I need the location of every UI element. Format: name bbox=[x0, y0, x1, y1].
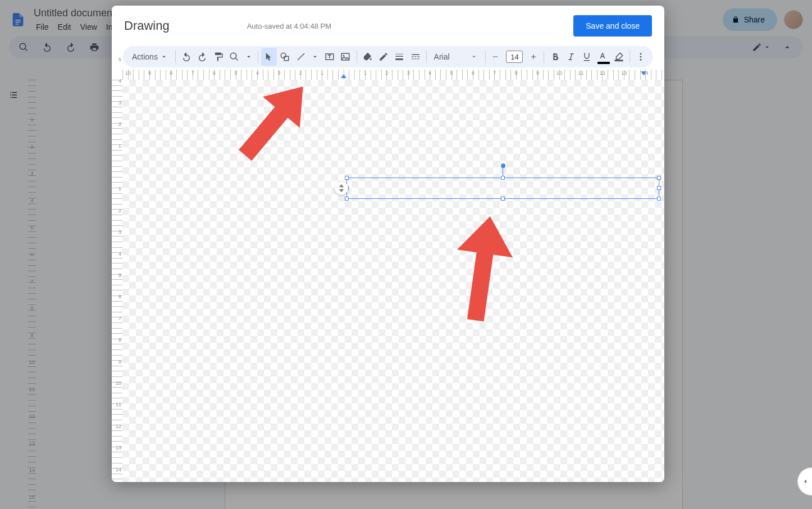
resize-handle-tm[interactable] bbox=[501, 176, 505, 180]
font-size-increase-button[interactable] bbox=[526, 48, 541, 66]
textbox-tool-button[interactable] bbox=[322, 48, 337, 66]
autofit-button[interactable] bbox=[335, 181, 348, 195]
actions-menu[interactable]: Actions bbox=[127, 52, 172, 61]
indent-right-marker[interactable] bbox=[641, 71, 646, 75]
chevron-down-icon bbox=[470, 53, 478, 61]
font-size-decrease-button[interactable] bbox=[488, 48, 503, 66]
select-tool-button[interactable] bbox=[261, 48, 277, 66]
dialog-title: Drawing bbox=[124, 19, 170, 33]
selected-textbox[interactable] bbox=[346, 178, 659, 199]
more-options-button[interactable] bbox=[633, 48, 649, 66]
rotate-handle[interactable] bbox=[501, 163, 505, 168]
svg-point-8 bbox=[640, 53, 641, 54]
text-color-button[interactable] bbox=[595, 48, 610, 66]
paint-format-button[interactable] bbox=[210, 48, 226, 66]
svg-point-10 bbox=[640, 59, 641, 61]
resize-handle-tr[interactable] bbox=[657, 176, 661, 180]
drawing-canvas[interactable] bbox=[122, 80, 664, 482]
chevron-down-icon bbox=[160, 53, 168, 61]
autosave-status: Auto-saved at 4:04:48 PM bbox=[247, 22, 331, 30]
font-size-control bbox=[488, 48, 541, 66]
svg-point-9 bbox=[640, 56, 641, 58]
line-tool-button[interactable] bbox=[293, 48, 309, 66]
resize-handle-tl[interactable] bbox=[345, 176, 349, 180]
italic-button[interactable] bbox=[563, 48, 579, 66]
zoom-button[interactable] bbox=[226, 48, 242, 66]
zoom-dropdown[interactable] bbox=[242, 48, 255, 66]
dialog-header: Drawing Auto-saved at 4:04:48 PM Save an… bbox=[112, 6, 664, 46]
svg-point-3 bbox=[281, 53, 286, 58]
resize-handle-bl[interactable] bbox=[345, 197, 349, 201]
indent-left-marker[interactable] bbox=[341, 74, 346, 78]
resize-handle-bm[interactable] bbox=[501, 197, 505, 201]
font-size-input[interactable] bbox=[506, 51, 523, 63]
save-and-close-button[interactable]: Save and close bbox=[573, 15, 652, 37]
redo-button[interactable] bbox=[194, 48, 210, 66]
resize-handle-br[interactable] bbox=[657, 197, 661, 201]
border-weight-button[interactable] bbox=[391, 48, 407, 66]
underline-button[interactable] bbox=[579, 48, 595, 66]
text-color-swatch bbox=[597, 62, 610, 64]
svg-point-7 bbox=[343, 55, 344, 56]
vertical-ruler[interactable]: 54321123456789101112131415 bbox=[112, 80, 122, 482]
border-color-button[interactable] bbox=[376, 48, 391, 66]
undo-button[interactable] bbox=[179, 48, 194, 66]
line-tool-dropdown[interactable] bbox=[309, 48, 322, 66]
drawing-dialog: Drawing Auto-saved at 4:04:48 PM Save an… bbox=[112, 6, 664, 482]
drawing-toolbar: Actions Arial bbox=[123, 46, 653, 67]
border-dash-button[interactable] bbox=[407, 48, 423, 66]
drawing-canvas-area: L1098765432112345678910111213141516 5432… bbox=[112, 70, 664, 482]
resize-handle-mr[interactable] bbox=[657, 186, 661, 190]
horizontal-ruler[interactable]: L1098765432112345678910111213141516 bbox=[122, 70, 664, 80]
image-tool-button[interactable] bbox=[337, 48, 353, 66]
font-family-select[interactable]: Arial bbox=[430, 52, 482, 61]
highlight-color-button[interactable] bbox=[611, 48, 627, 66]
shape-tool-button[interactable] bbox=[277, 48, 293, 66]
fill-color-button[interactable] bbox=[359, 48, 375, 66]
svg-rect-4 bbox=[285, 56, 289, 61]
bold-button[interactable] bbox=[547, 48, 563, 66]
